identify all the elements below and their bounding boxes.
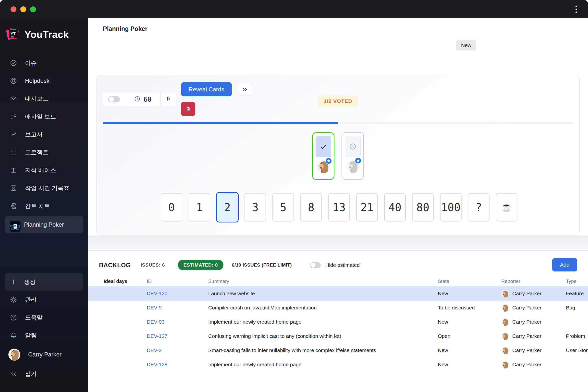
issue-summary: Implement our newly created home page bbox=[208, 319, 438, 325]
sidebar: YT YouTrack 이슈 Helpdesk 대시보드 애자일 보드 보고서 … bbox=[0, 18, 88, 392]
sidebar-user-profile[interactable]: Carry Parker bbox=[0, 344, 88, 365]
skip-button[interactable] bbox=[238, 83, 252, 96]
lifebuoy-icon bbox=[10, 77, 17, 84]
poker-card-40[interactable]: 40 bbox=[384, 193, 406, 222]
column-header-id: ID bbox=[147, 278, 208, 284]
backlog-title: BACKLOG bbox=[99, 258, 131, 272]
backlog-section: BACKLOG ISSUES: 6 ESTIMATED: 0 6/10 ISSU… bbox=[88, 250, 588, 392]
planning-poker-cards-icon bbox=[10, 221, 17, 228]
poker-card-21[interactable]: 21 bbox=[356, 193, 378, 222]
waiting-vote-card bbox=[345, 136, 361, 157]
sidebar-item-projects[interactable]: 프로젝트 bbox=[0, 143, 88, 161]
sidebar-item-dashboards[interactable]: 대시보드 bbox=[0, 90, 88, 108]
poker-card-coffee[interactable] bbox=[496, 193, 518, 222]
hide-estimated-label: Hide estimated bbox=[325, 258, 360, 272]
check-icon bbox=[319, 142, 328, 151]
zoom-window-button[interactable] bbox=[30, 6, 36, 12]
poker-card-0[interactable]: 0 bbox=[161, 193, 182, 222]
toggle-knob bbox=[108, 96, 114, 102]
backlog-table: DEV-120 Launch new website New Carry Par… bbox=[88, 286, 588, 372]
agile-board-icon bbox=[10, 113, 17, 120]
sidebar-item-notifications[interactable]: 알림 bbox=[0, 326, 88, 344]
sidebar-item-agile-boards[interactable]: 애자일 보드 bbox=[0, 108, 88, 126]
issue-id-link[interactable]: DEV-120 bbox=[147, 290, 208, 296]
check-circle-icon bbox=[10, 59, 17, 67]
delete-button[interactable] bbox=[181, 102, 195, 116]
poker-card-question[interactable]: ? bbox=[468, 193, 490, 222]
sidebar-item-gantt-charts[interactable]: 간트 차트 bbox=[0, 197, 88, 215]
kebab-vertical-icon[interactable] bbox=[571, 4, 582, 15]
sidebar-item-help[interactable]: 도움말 bbox=[0, 308, 88, 326]
sidebar-item-knowledge-base[interactable]: 지식 베이스 bbox=[0, 161, 88, 179]
sidebar-item-label: 도움말 bbox=[25, 314, 43, 322]
issue-id-link[interactable]: DEV-9 bbox=[147, 305, 208, 311]
column-header-reporter: Reporter bbox=[501, 278, 566, 284]
table-row[interactable]: DEV-93 Implement our newly created home … bbox=[88, 315, 588, 329]
gauge-icon bbox=[10, 95, 17, 102]
poker-card-5[interactable]: 5 bbox=[272, 193, 294, 222]
poker-card-8[interactable]: 8 bbox=[300, 193, 322, 222]
trash-icon bbox=[185, 106, 192, 112]
sidebar-item-label: 대시보드 bbox=[25, 95, 48, 103]
participant-vote-card-waiting bbox=[342, 132, 364, 180]
sidebar-item-create[interactable]: 생성 bbox=[5, 273, 83, 290]
sidebar-item-label: 접기 bbox=[25, 370, 37, 378]
avatar bbox=[501, 332, 509, 340]
issue-reporter: Carry Parker bbox=[512, 348, 542, 353]
sidebar-collapse-button[interactable]: 접기 bbox=[0, 365, 88, 383]
app-name: YouTrack bbox=[24, 29, 69, 40]
issue-id-link[interactable]: DEV-93 bbox=[147, 319, 208, 325]
youtrack-logo: YT YouTrack bbox=[6, 27, 69, 42]
hide-estimated-toggle[interactable] bbox=[310, 262, 321, 268]
issue-state: New bbox=[438, 290, 501, 296]
main-content: Planning Poker New 60 Reveal Cards 1/2 V… bbox=[88, 18, 588, 392]
hidden-vote-card bbox=[316, 136, 331, 157]
table-row[interactable]: DEV-2 Smart-casting fails to infer nulla… bbox=[88, 343, 588, 358]
estimated-badge: ESTIMATED: 0 bbox=[178, 260, 224, 270]
poker-card-13[interactable]: 13 bbox=[328, 193, 350, 222]
issue-id-link[interactable]: DEV-127 bbox=[147, 333, 208, 339]
issue-summary: Compiler crash on java.util.Map implemen… bbox=[208, 305, 438, 311]
page-header: Planning Poker bbox=[88, 18, 588, 39]
issue-type: Bug bbox=[566, 305, 588, 311]
timer-toggle[interactable] bbox=[108, 96, 120, 102]
issue-id-link[interactable]: DEV-2 bbox=[147, 348, 208, 353]
table-row[interactable]: DEV-9 Compiler crash on java.util.Map im… bbox=[88, 300, 588, 315]
issue-state: New bbox=[438, 348, 501, 353]
sidebar-item-helpdesk[interactable]: Helpdesk bbox=[0, 72, 88, 90]
bell-icon bbox=[10, 332, 17, 339]
issue-state: Open bbox=[438, 333, 501, 339]
issue-summary: Confusing warning implicit cast to any (… bbox=[208, 333, 438, 339]
issue-id-link[interactable]: DEV-128 bbox=[147, 362, 208, 368]
table-row[interactable]: DEV-128 Implement our newly created home… bbox=[88, 358, 588, 372]
sidebar-item-issues[interactable]: 이슈 bbox=[0, 54, 88, 72]
minimize-window-button[interactable] bbox=[20, 6, 26, 12]
poker-card-100[interactable]: 100 bbox=[440, 193, 462, 222]
start-timer-button[interactable] bbox=[161, 92, 176, 106]
table-row[interactable]: DEV-127 Confusing warning implicit cast … bbox=[88, 329, 588, 343]
sprint-badge[interactable]: New bbox=[456, 40, 476, 50]
reveal-cards-button[interactable]: Reveal Cards bbox=[181, 82, 232, 96]
open-book-icon bbox=[10, 166, 17, 174]
add-issue-button[interactable]: Add bbox=[552, 258, 577, 272]
poker-card-1[interactable]: 1 bbox=[189, 193, 210, 222]
free-limit-label: 6/10 ISSUES (FREE LIMIT) bbox=[232, 258, 292, 272]
sidebar-item-label: 애자일 보드 bbox=[25, 113, 56, 120]
poker-card-2-selected[interactable]: 2 bbox=[216, 192, 239, 222]
sidebar-item-timesheets[interactable]: 작업 시간 기록표 bbox=[0, 179, 88, 197]
projects-grid-icon bbox=[10, 149, 17, 156]
sidebar-item-planning-poker[interactable]: Planning Poker bbox=[5, 216, 83, 233]
sidebar-item-reports[interactable]: 보고서 bbox=[0, 126, 88, 143]
close-window-button[interactable] bbox=[10, 6, 16, 12]
avatar bbox=[501, 290, 509, 298]
sidebar-item-label: 관리 bbox=[25, 296, 37, 304]
column-header-summary: Summary bbox=[208, 278, 438, 284]
sidebar-item-label: 작업 시간 기록표 bbox=[25, 184, 69, 192]
poker-card-3[interactable]: 3 bbox=[244, 193, 266, 222]
poker-card-80[interactable]: 80 bbox=[412, 193, 434, 222]
sidebar-item-label: 지식 베이스 bbox=[25, 166, 56, 174]
column-header-type: Type bbox=[566, 278, 588, 284]
table-row[interactable]: DEV-120 Launch new website New Carry Par… bbox=[88, 286, 588, 300]
sidebar-item-administration[interactable]: 관리 bbox=[0, 290, 88, 308]
timer-seconds-value[interactable]: 60 bbox=[144, 96, 152, 103]
